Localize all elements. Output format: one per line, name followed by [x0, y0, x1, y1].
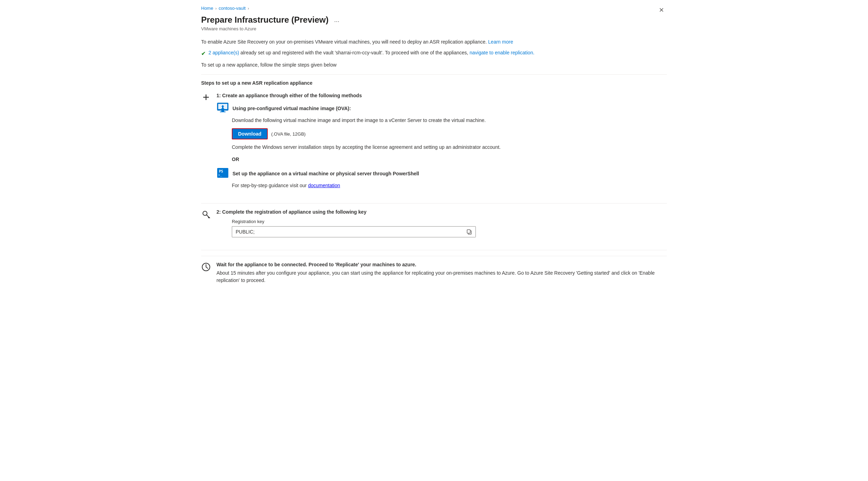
svg-line-19	[206, 267, 208, 268]
svg-rect-5	[220, 112, 226, 112]
page-subtitle: VMware machines to Azure	[201, 26, 656, 31]
method1-title: Using pre-configured virtual machine ima…	[233, 106, 351, 111]
wait-divider	[201, 250, 667, 250]
download-info: (.OVA file, 12GB)	[271, 131, 306, 137]
method1-header: Using pre-configured virtual machine ima…	[216, 102, 667, 114]
wait-title: Wait for the appliance to be connected. …	[216, 262, 667, 267]
breadcrumb-chevron1: ›	[215, 6, 217, 10]
key-icon	[201, 210, 211, 219]
or-divider: OR	[232, 156, 667, 162]
success-icon: ✔	[201, 49, 206, 58]
step1-item: 1: Create an appliance through either of…	[201, 93, 667, 195]
steps-header: Steps to set up a new ASR replication ap…	[201, 80, 667, 86]
powershell-icon: PS >_	[216, 168, 229, 179]
breadcrumb: Home › contoso-vault ›	[201, 6, 656, 11]
reg-input-row	[232, 226, 476, 237]
wait-section: Wait for the appliance to be connected. …	[201, 256, 667, 284]
appliance-status-line: ✔ 2 appliance(s) already set up and regi…	[201, 49, 667, 58]
svg-text:>_: >_	[218, 173, 222, 177]
appliance-count-link[interactable]: 2 appliance(s)	[208, 50, 239, 55]
step1-title: 1: Create an appliance through either of…	[216, 93, 667, 98]
svg-rect-4	[221, 110, 224, 112]
more-options-button[interactable]: ...	[332, 16, 341, 24]
method1-block: Using pre-configured virtual machine ima…	[216, 102, 667, 151]
method2-desc: For step-by-step guidance visit our docu…	[232, 182, 667, 189]
breadcrumb-vault[interactable]: contoso-vault	[219, 6, 245, 11]
documentation-link[interactable]: documentation	[308, 183, 340, 188]
svg-rect-7	[221, 108, 224, 109]
navigate-enable-link[interactable]: navigate to enable replication.	[470, 50, 534, 55]
plus-icon	[202, 93, 210, 101]
page-title: Prepare Infrastructure (Preview)	[201, 15, 328, 25]
copy-icon	[466, 229, 472, 235]
step2-content: 2: Complete the registration of applianc…	[216, 209, 667, 242]
close-button[interactable]: ✕	[656, 6, 667, 15]
reg-label: Registration key	[232, 219, 667, 224]
breadcrumb-chevron2: ›	[248, 6, 249, 10]
registration-section: Registration key	[216, 219, 667, 237]
info-line1: To enable Azure Site Recovery on your on…	[201, 38, 667, 46]
registration-key-input[interactable]	[232, 226, 463, 237]
download-row: Download (.OVA file, 12GB)	[232, 128, 667, 139]
breadcrumb-home[interactable]: Home	[201, 6, 213, 11]
ova-icon	[216, 102, 229, 113]
monitor-download-icon	[216, 102, 229, 114]
svg-rect-16	[467, 230, 470, 233]
method2-title: Set up the appliance on a virtual machin…	[233, 171, 419, 176]
install-note: Complete the Windows server installation…	[232, 144, 667, 151]
info-section: To enable Azure Site Recovery on your on…	[201, 38, 667, 69]
clock-icon	[201, 262, 211, 272]
step2-title: 2: Complete the registration of applianc…	[216, 209, 667, 215]
learn-more-link[interactable]: Learn more	[488, 39, 513, 45]
method2-block: PS >_ Set up the appliance on a virtual …	[216, 168, 667, 189]
wait-content: Wait for the appliance to be connected. …	[216, 262, 667, 284]
info-line3: To set up a new appliance, follow the si…	[201, 61, 667, 69]
wait-icon	[201, 262, 211, 272]
step2-divider	[201, 203, 667, 204]
svg-text:PS: PS	[219, 169, 223, 173]
step1-icon	[201, 93, 211, 101]
section-divider	[201, 74, 667, 75]
method1-desc: Download the following virtual machine i…	[232, 117, 667, 124]
wait-desc: About 15 minutes after you configure you…	[216, 269, 667, 284]
copy-key-button[interactable]	[463, 226, 476, 237]
step2-item: 2: Complete the registration of applianc…	[201, 209, 667, 242]
step1-content: 1: Create an appliance through either of…	[216, 93, 667, 195]
powershell-svg: PS >_	[216, 168, 229, 178]
method2-header: PS >_ Set up the appliance on a virtual …	[216, 168, 667, 179]
download-button[interactable]: Download	[232, 128, 268, 139]
step2-icon	[201, 210, 211, 219]
